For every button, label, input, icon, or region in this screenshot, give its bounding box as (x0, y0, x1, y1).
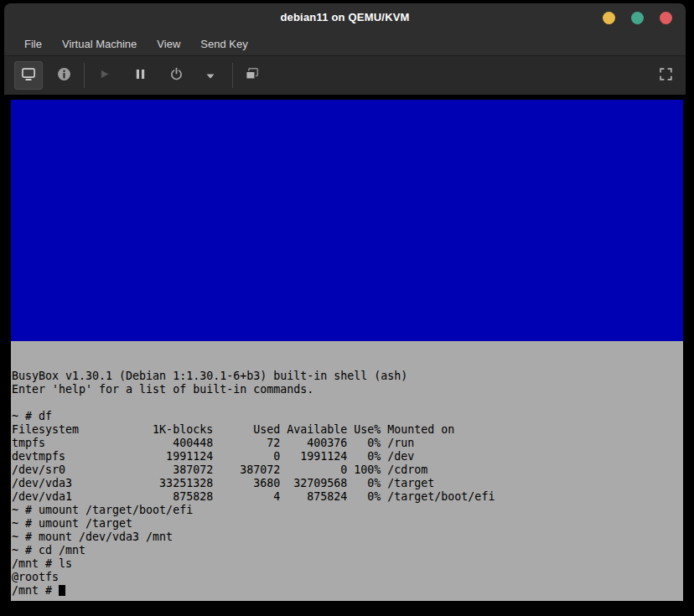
run-button[interactable] (90, 61, 118, 90)
maximize-button[interactable] (631, 12, 644, 24)
graphical-console-icon (21, 66, 36, 85)
virtual-displays-icon (244, 66, 260, 85)
window-title: debian11 on QEMU/KVM (4, 3, 686, 32)
virtual-displays-button[interactable] (237, 61, 266, 90)
menu-file[interactable]: File (19, 36, 47, 52)
pause-button[interactable] (126, 61, 154, 90)
run-icon (97, 67, 111, 85)
vm-display[interactable]: BusyBox v1.30.1 (Debian 1:1.30.1-6+b3) b… (11, 100, 683, 601)
shutdown-menu-button[interactable] (200, 61, 220, 90)
window-controls (603, 3, 672, 32)
shutdown-menu-chevron-icon (205, 68, 215, 83)
titlebar: debian11 on QEMU/KVM (4, 3, 686, 32)
fullscreen-button[interactable] (651, 61, 680, 90)
virt-manager-screenshot: { "window": { "title": "debian11 on QEMU… (0, 0, 694, 616)
details-button[interactable] (49, 61, 78, 90)
toolbar (4, 55, 686, 95)
console-button[interactable] (14, 61, 43, 90)
menu-view[interactable]: View (152, 36, 185, 52)
details-info-icon (57, 67, 71, 85)
menu-send-key[interactable]: Send Key (195, 36, 252, 52)
terminal-text: BusyBox v1.30.1 (Debian 1:1.30.1-6+b3) b… (12, 370, 495, 597)
fullscreen-icon (659, 67, 673, 85)
terminal-output: BusyBox v1.30.1 (Debian 1:1.30.1-6+b3) b… (11, 341, 683, 598)
pause-icon (133, 67, 148, 85)
installer-blue-region (11, 100, 683, 341)
toolbar-separator (84, 63, 85, 88)
menubar: File Virtual Machine View Send Key (4, 32, 686, 55)
minimize-button[interactable] (603, 12, 615, 24)
console-region: BusyBox v1.30.1 (Debian 1:1.30.1-6+b3) b… (11, 341, 683, 601)
terminal-cursor (59, 585, 65, 596)
menu-virtual-machine[interactable]: Virtual Machine (57, 36, 142, 52)
toolbar-separator (232, 63, 233, 88)
shutdown-button[interactable] (162, 61, 190, 90)
close-button[interactable] (660, 12, 672, 24)
shutdown-icon (169, 67, 184, 85)
